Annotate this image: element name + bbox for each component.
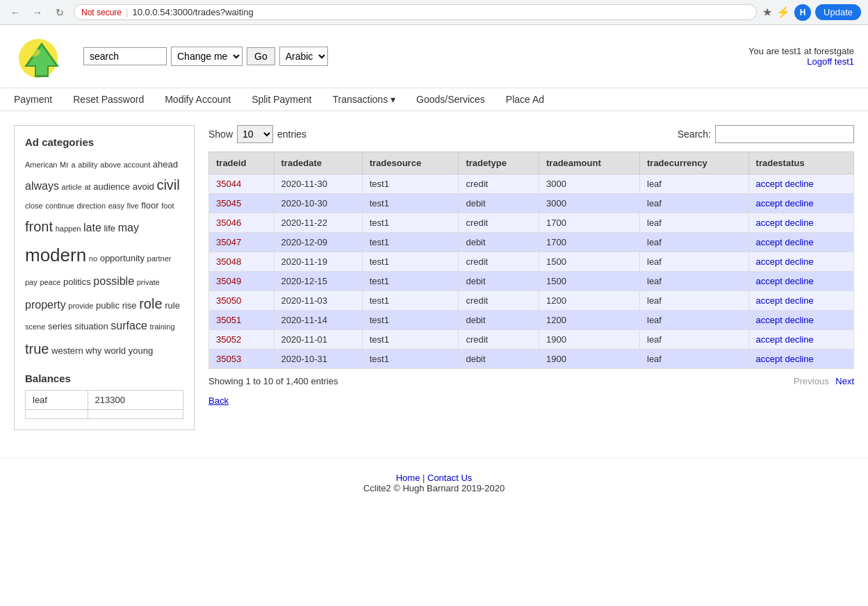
nav-transactions-dropdown[interactable]: Transactions ▾ bbox=[333, 94, 396, 105]
word-cloud-item[interactable]: scene bbox=[25, 322, 45, 331]
word-cloud-item[interactable]: property bbox=[25, 299, 66, 311]
word-cloud-item[interactable]: western bbox=[51, 345, 83, 356]
word-cloud-item[interactable]: pay bbox=[25, 278, 38, 286]
word-cloud-item[interactable]: a bbox=[72, 161, 76, 169]
accept-link[interactable]: accept bbox=[756, 354, 783, 364]
word-cloud-item[interactable]: peace bbox=[40, 278, 60, 286]
accept-link[interactable]: accept bbox=[756, 198, 783, 208]
word-cloud-item[interactable]: series bbox=[48, 321, 72, 331]
word-cloud-item[interactable]: training bbox=[149, 322, 174, 331]
word-cloud-item[interactable]: world bbox=[104, 345, 126, 356]
word-cloud-item[interactable]: why bbox=[85, 345, 101, 356]
decline-link[interactable]: decline bbox=[785, 295, 814, 306]
word-cloud-item[interactable]: easy bbox=[108, 202, 124, 210]
word-cloud-item[interactable]: opportunity bbox=[100, 253, 145, 263]
accept-link[interactable]: accept bbox=[756, 276, 783, 286]
word-cloud-item[interactable]: always bbox=[25, 180, 59, 192]
nav-transactions-btn[interactable]: Transactions ▾ bbox=[333, 94, 396, 105]
word-cloud-item[interactable]: five bbox=[127, 202, 139, 210]
word-cloud-item[interactable]: may bbox=[118, 222, 139, 234]
back-link[interactable]: Back bbox=[208, 395, 229, 406]
decline-link[interactable]: decline bbox=[785, 334, 814, 345]
accept-link[interactable]: accept bbox=[756, 295, 783, 306]
word-cloud-item[interactable]: late bbox=[83, 222, 101, 234]
accept-link[interactable]: accept bbox=[756, 334, 783, 345]
word-cloud-item[interactable]: politics bbox=[63, 277, 91, 287]
tradeid-link[interactable]: 35044 bbox=[216, 179, 241, 189]
nav-modify-account[interactable]: Modify Account bbox=[165, 94, 231, 105]
tradeid-link[interactable]: 35047 bbox=[216, 237, 241, 247]
tradeid-link[interactable]: 35045 bbox=[216, 198, 241, 208]
word-cloud-item[interactable]: audience bbox=[93, 181, 130, 192]
user-avatar[interactable]: H bbox=[794, 4, 811, 21]
word-cloud-item[interactable]: civil bbox=[156, 177, 179, 193]
word-cloud-item[interactable]: rise bbox=[122, 300, 137, 311]
word-cloud-item[interactable]: foot bbox=[161, 202, 174, 210]
word-cloud-item[interactable]: life bbox=[104, 223, 115, 234]
word-cloud-item[interactable]: true bbox=[25, 341, 49, 357]
tradeid-link[interactable]: 35052 bbox=[216, 334, 241, 345]
word-cloud-item[interactable]: surface bbox=[110, 320, 147, 331]
accept-link[interactable]: accept bbox=[756, 237, 783, 247]
back-nav-btn[interactable]: ← bbox=[7, 4, 24, 21]
word-cloud-item[interactable]: no bbox=[89, 254, 97, 263]
word-cloud-item[interactable]: ahead bbox=[153, 159, 178, 170]
tradeid-link[interactable]: 35046 bbox=[216, 218, 241, 228]
word-cloud-item[interactable]: avoid bbox=[133, 181, 154, 192]
tradeid-link[interactable]: 35053 bbox=[216, 354, 241, 364]
word-cloud-item[interactable]: partner bbox=[147, 254, 172, 263]
word-cloud-item[interactable]: above bbox=[100, 161, 121, 169]
accept-link[interactable]: accept bbox=[756, 218, 783, 228]
tradeid-link[interactable]: 35051 bbox=[216, 315, 241, 325]
word-cloud-item[interactable]: close bbox=[25, 202, 43, 210]
entries-select[interactable]: 102550100 bbox=[237, 125, 273, 143]
word-cloud-item[interactable]: young bbox=[129, 345, 153, 356]
word-cloud-item[interactable]: modern bbox=[25, 245, 86, 265]
nav-payment[interactable]: Payment bbox=[14, 94, 52, 105]
decline-link[interactable]: decline bbox=[785, 256, 814, 267]
previous-btn[interactable]: Previous bbox=[794, 376, 829, 386]
decline-link[interactable]: decline bbox=[785, 315, 814, 325]
word-cloud-item[interactable]: at bbox=[85, 183, 91, 191]
logoff-link[interactable]: Logoff test1 bbox=[807, 56, 854, 67]
change-me-select[interactable]: Change me bbox=[171, 47, 243, 66]
decline-link[interactable]: decline bbox=[785, 198, 814, 208]
word-cloud-item[interactable]: situation bbox=[74, 321, 108, 331]
footer-contact-link[interactable]: Contact Us bbox=[427, 473, 472, 483]
tradeid-link[interactable]: 35050 bbox=[216, 295, 241, 306]
decline-link[interactable]: decline bbox=[785, 354, 814, 364]
reload-btn[interactable]: ↻ bbox=[51, 4, 68, 21]
accept-link[interactable]: accept bbox=[756, 179, 783, 189]
accept-link[interactable]: accept bbox=[756, 256, 783, 267]
tradeid-link[interactable]: 35048 bbox=[216, 256, 241, 267]
word-cloud-item[interactable]: direction bbox=[77, 202, 106, 210]
decline-link[interactable]: decline bbox=[785, 237, 814, 247]
word-cloud-item[interactable]: Mr bbox=[60, 161, 69, 169]
update-button[interactable]: Update bbox=[815, 4, 861, 20]
word-cloud-item[interactable]: ability bbox=[78, 161, 97, 169]
search-input[interactable] bbox=[83, 47, 167, 65]
nav-reset-password[interactable]: Reset Password bbox=[73, 94, 144, 105]
decline-link[interactable]: decline bbox=[785, 218, 814, 228]
extensions-icon[interactable]: ⚡ bbox=[776, 6, 790, 19]
table-search-input[interactable] bbox=[715, 125, 854, 143]
word-cloud-item[interactable]: provide bbox=[68, 302, 93, 310]
nav-split-payment[interactable]: Split Payment bbox=[252, 94, 311, 105]
nav-place-ad[interactable]: Place Ad bbox=[506, 94, 544, 105]
word-cloud-item[interactable]: possible bbox=[93, 275, 134, 287]
word-cloud-item[interactable]: role bbox=[139, 296, 162, 311]
word-cloud-item[interactable]: account bbox=[124, 161, 151, 169]
word-cloud-item[interactable]: rule bbox=[165, 300, 180, 311]
footer-home-link[interactable]: Home bbox=[396, 473, 420, 483]
word-cloud-item[interactable]: continue bbox=[45, 202, 74, 210]
tradeid-link[interactable]: 35049 bbox=[216, 276, 241, 286]
word-cloud-item[interactable]: floor bbox=[141, 200, 158, 211]
word-cloud-item[interactable]: article bbox=[62, 183, 82, 191]
word-cloud-item[interactable]: American bbox=[25, 161, 57, 169]
word-cloud-item[interactable]: private bbox=[137, 278, 160, 286]
next-btn[interactable]: Next bbox=[835, 376, 854, 386]
accept-link[interactable]: accept bbox=[756, 315, 783, 325]
decline-link[interactable]: decline bbox=[785, 179, 814, 189]
forward-nav-btn[interactable]: → bbox=[29, 4, 46, 21]
word-cloud-item[interactable]: happen bbox=[56, 224, 81, 233]
